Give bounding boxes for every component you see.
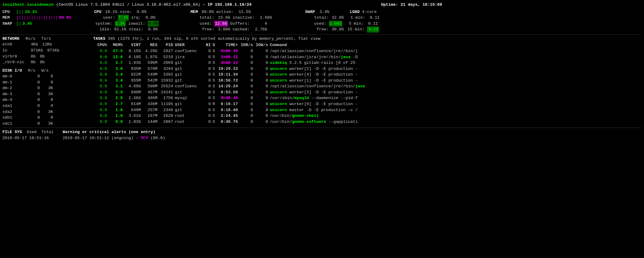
disk-dev-sdc1: sdc1 (2, 121, 27, 127)
tasks-label: TASKS (93, 36, 106, 41)
disk-w-sda1: 0 (44, 103, 53, 109)
cpu-iowait-val: 0.0% (148, 21, 159, 27)
proc-res: 500M (143, 83, 159, 89)
alerts-section: Warning or critical alerts (one entry) 2… (63, 129, 165, 141)
cpu-user-val: 7.1% (118, 15, 129, 21)
disk-r-sdb1: 0 (31, 115, 40, 121)
proc-virt: 2.56G (125, 95, 143, 101)
proc-virt: 814M (125, 101, 143, 107)
disk-sdb1: sdb1 0 0 (2, 115, 91, 121)
mem-row1: MEM 80.8% active: 11.5G (191, 9, 304, 15)
proc-pid: 24241 (159, 89, 175, 95)
proc-time: 9h38:48 (217, 95, 240, 101)
proc-pid: 3294 (159, 66, 175, 72)
proc-pid: 15932 (159, 78, 175, 84)
proc-cpu: 0.0 (93, 83, 109, 89)
proc-virt: 6.10G (125, 54, 143, 60)
proc-user: root (175, 113, 199, 119)
disk-w-dm4: 0 (44, 97, 53, 103)
net-tx-virbr0: 0b (40, 54, 45, 60)
proc-mem: 3.4 (109, 72, 125, 78)
load-5-label: 5 min: (349, 21, 364, 27)
proc-iow: 0 (255, 60, 270, 66)
cpu-idle-label: idle: (99, 26, 112, 33)
disk-dev-dm2: dm-2 (2, 85, 27, 91)
proc-cpu: 0.0 (93, 119, 109, 125)
proc-cmd: /usr/bin/gnome-software --gapplicati (270, 119, 642, 125)
proc-ior: 0 (240, 101, 255, 107)
table-row: 0.0 3.4 922M 549M 3302 git 0 S 19:11.34 … (93, 72, 642, 78)
proc-ni: 0 (205, 119, 213, 125)
proc-mem: 2.9 (109, 95, 125, 101)
proc-cpu: 0.0 (93, 72, 109, 78)
proc-res: 466M (143, 95, 159, 101)
alerts-title: Warning or critical alerts (one entry) (63, 129, 165, 135)
cpu-stats-row2: user: 7.1% irq: 0.0% (94, 15, 189, 21)
proc-time: 19:11.34 (217, 72, 240, 78)
proc-user: git (175, 78, 199, 84)
swap-row3: used: 1.08G 5 min: 0.11 (305, 21, 455, 27)
proc-s: S (213, 113, 217, 119)
proc-cmd: unicorn worker[2] -D -E production - (270, 66, 642, 72)
swap-row1: SWAP 3.4% LOAD 4-core (305, 9, 455, 15)
proc-ni-space (199, 83, 205, 89)
proc-time: 1h06:12 (217, 54, 240, 60)
cpu-steal-val: 0.0% (146, 26, 158, 33)
col-ni: NI (205, 42, 213, 48)
proc-user: confluenc (175, 83, 199, 89)
proc-virt: 890M (125, 89, 143, 95)
col-virt: VIRT (125, 42, 143, 48)
proc-ni-space (199, 72, 205, 78)
proc-mem: 3.1 (109, 83, 125, 89)
load-1-val: 0.11 (368, 15, 380, 21)
alert-entry-0: 2019-05-17 10:51:12 (ongoing) - MEM (80.… (63, 135, 165, 141)
col-user: USER (175, 42, 199, 48)
network-rx-header: Rx/s (26, 36, 35, 42)
proc-res: 570M (143, 66, 159, 72)
net-tx-eth0: 12Kb (42, 42, 52, 48)
swap-free-label: free: (317, 26, 329, 33)
mem-total-label: total: (200, 15, 214, 21)
cpu-stats-row4: idle: 91.1% steal: 0.0% (94, 26, 189, 33)
proc-time: 14:29.24 (217, 83, 240, 89)
gauges-panel: CPU [|| 10.1% MEM [|||||||||||||||| 80.8… (2, 9, 93, 33)
disk-r-sda2: 0 (31, 109, 40, 115)
table-row: 0.0 2.9 2.56G 466M 1756 mysql 0 S 9h38:4… (93, 95, 642, 101)
col-mem: MEM% (109, 42, 125, 48)
proc-virt: 922M (125, 72, 143, 78)
proc-ni: 0 (205, 60, 213, 66)
proc-virt: 1.03G (125, 60, 143, 66)
proc-ni-space (199, 101, 205, 107)
proc-time: 2:24.45 (217, 113, 240, 119)
proc-user: root (175, 119, 199, 125)
disk-dm1: dm-1 0 0 (2, 79, 91, 85)
col-ior: IOR/s (240, 42, 255, 48)
net-rx-virbr0: 0b (31, 54, 36, 60)
proc-iow: 0 (255, 66, 270, 72)
proc-virt: 935M (125, 66, 143, 72)
proc-s: S (213, 107, 217, 113)
proc-pid: 3302 (159, 72, 175, 78)
cpu-gauge-row: CPU [|| 10.1% (2, 9, 93, 15)
proc-ior: 0 (240, 95, 255, 101)
cpu-stats-row1: CPU 10.1% nice: 0.0% (94, 9, 189, 15)
proc-user: confluenc (175, 48, 199, 54)
proc-virt: 955M (125, 78, 143, 84)
tasks-slp: 344 slp (164, 36, 181, 41)
proc-iow: 0 (255, 107, 270, 113)
proc-res: 144M (143, 119, 159, 125)
swap-load-panel: SWAP 3.4% LOAD 4-core total: 32.0G 1 min… (304, 9, 455, 33)
proc-pid: 2069 (159, 60, 175, 66)
proc-pid: 2887 (159, 119, 175, 125)
proc-ni-space (199, 107, 205, 113)
proc-cpu: 0.0 (93, 89, 109, 95)
disk-dev-dm0: dm-0 (2, 73, 27, 79)
mem-used-label: used: (200, 21, 212, 27)
disk-sdc1: sdc1 0 3K (2, 121, 91, 127)
proc-ni: 0 (205, 89, 213, 95)
proc-ior: 0 (240, 72, 255, 78)
swap-used-val: 1.08G (329, 21, 343, 27)
proc-res: 467M (143, 89, 159, 95)
net-if-virbr0: virbr0 (2, 54, 27, 60)
os-info: (CentOS Linux 7.5.1804 64bit / Linux 3.1… (56, 2, 200, 7)
